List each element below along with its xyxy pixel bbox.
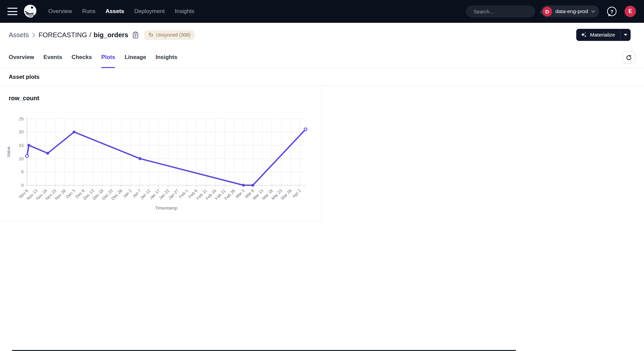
chevron-down-icon	[591, 10, 595, 13]
materialize-split-button: Materialize	[576, 29, 631, 41]
x-tick-label: Jan 17	[149, 188, 161, 200]
section-header: Asset plots	[0, 68, 644, 86]
materialize-button[interactable]: Materialize	[576, 29, 620, 41]
tab-events[interactable]: Events	[44, 47, 62, 68]
x-tick-label: Jan 2	[122, 188, 133, 199]
breadcrumb-group-link[interactable]: FORECASTING	[39, 31, 87, 39]
y-tick-label: 5	[21, 169, 23, 174]
refresh-icon	[626, 54, 632, 61]
x-axis-title: Timestamp	[155, 206, 177, 211]
sparkles-icon	[581, 32, 587, 38]
plot-card-row-count: row_count Nov 8Nov 13Nov 18Nov 23Nov 28D…	[0, 86, 322, 221]
breadcrumb-row: Assets FORECASTING / big_orders Unsynced…	[0, 23, 644, 47]
data-point[interactable]	[73, 130, 76, 133]
tab-label: Plots	[101, 54, 115, 61]
data-point[interactable]	[46, 152, 49, 155]
tab-checks[interactable]: Checks	[71, 47, 92, 68]
data-point[interactable]	[25, 155, 29, 158]
help-icon: ?	[610, 9, 613, 14]
nav-item-deployment[interactable]: Deployment	[134, 8, 165, 15]
top-nav-bar: Overview Runs Assets Deployment Insights…	[0, 0, 644, 23]
nav-item-insights[interactable]: Insights	[175, 8, 195, 15]
nav-right-cluster: / D data-eng-prod ? E	[466, 5, 636, 17]
tab-lineage[interactable]: Lineage	[124, 47, 146, 68]
y-tick-label: 0	[21, 183, 23, 188]
tab-label: Lineage	[124, 54, 146, 61]
row-count-line-chart: Nov 8Nov 13Nov 18Nov 23Nov 28Dec 3Dec 8D…	[5, 114, 319, 215]
hamburger-menu-icon[interactable]	[7, 8, 17, 15]
caret-down-icon	[624, 34, 627, 36]
user-initial: E	[629, 8, 632, 14]
data-point[interactable]	[252, 184, 255, 187]
x-tick-label: Dec 3	[65, 188, 76, 199]
section-title: Asset plots	[9, 74, 40, 80]
refresh-button[interactable]	[622, 51, 635, 64]
user-avatar[interactable]: E	[625, 6, 636, 17]
breadcrumb-chevron-icon	[32, 33, 35, 38]
deployment-name: data-eng-prod	[555, 8, 588, 14]
y-tick-label: 25	[19, 116, 23, 121]
x-tick-label: Apr 2	[291, 188, 302, 199]
tab-label: Checks	[71, 54, 92, 61]
x-tick-label: Dec 28	[110, 188, 123, 201]
tab-plots[interactable]: Plots	[101, 47, 115, 68]
y-tick-label: 15	[19, 143, 23, 148]
x-tick-label: Mar 3	[234, 188, 246, 199]
tab-label: Events	[44, 54, 62, 61]
sync-alert-icon	[148, 32, 154, 38]
data-point[interactable]	[304, 128, 307, 131]
primary-nav: Overview Runs Assets Deployment Insights	[48, 8, 195, 15]
tab-label: Insights	[156, 54, 177, 61]
nav-item-assets[interactable]: Assets	[106, 8, 124, 15]
page-title-asset-name: big_orders	[94, 31, 128, 39]
clipboard-icon	[132, 32, 139, 39]
materialize-dropdown-button[interactable]	[620, 29, 631, 41]
y-tick-label: 10	[19, 156, 23, 161]
y-axis-title: Value	[6, 147, 11, 157]
asset-tabs: Overview Events Checks Plots Lineage Ins…	[0, 47, 644, 68]
x-tick-label: Nov 28	[54, 188, 67, 201]
x-tick-label: Feb 26	[223, 188, 236, 201]
x-tick-label: Jan 27	[167, 188, 179, 200]
unsynced-label: Unsynced (308)	[156, 32, 190, 38]
data-point[interactable]	[139, 157, 142, 160]
x-tick-label: Jan 22	[158, 188, 170, 200]
breadcrumb-divider: /	[89, 31, 91, 39]
help-button[interactable]: ?	[607, 7, 616, 16]
copy-asset-name-button[interactable]	[132, 32, 139, 39]
x-tick-label: Jan 12	[139, 188, 151, 200]
y-tick-label: 20	[19, 129, 23, 134]
materialize-label: Materialize	[590, 32, 615, 38]
unsynced-status-badge[interactable]: Unsynced (308)	[144, 30, 194, 40]
tab-overview[interactable]: Overview	[9, 47, 34, 68]
data-point[interactable]	[28, 144, 31, 147]
x-tick-label: Feb 1	[178, 188, 189, 199]
deployment-switcher[interactable]: D data-eng-prod	[541, 5, 599, 17]
dagster-logo-icon	[23, 4, 38, 19]
search-box[interactable]: /	[466, 5, 535, 17]
x-tick-label: Mar 28	[280, 188, 292, 201]
deployment-initial-badge: D	[542, 7, 552, 16]
tab-insights[interactable]: Insights	[156, 47, 177, 68]
series-line	[27, 129, 306, 185]
data-point[interactable]	[242, 184, 245, 187]
breadcrumb-assets-link[interactable]: Assets	[9, 31, 29, 39]
nav-item-runs[interactable]: Runs	[82, 8, 96, 15]
plot-card-title: row_count	[0, 86, 321, 102]
nav-item-overview[interactable]: Overview	[48, 8, 72, 15]
tab-label: Overview	[9, 54, 34, 61]
search-input[interactable]	[474, 9, 540, 14]
